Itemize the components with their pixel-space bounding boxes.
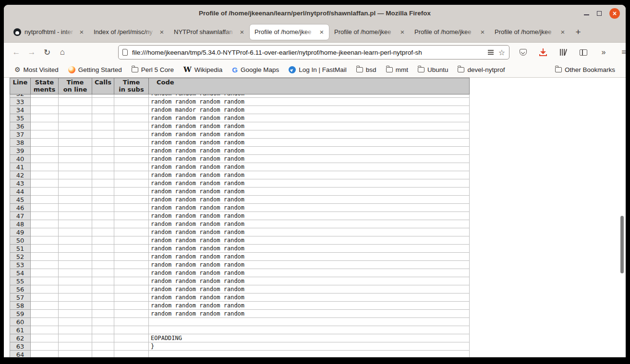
tab-close-icon[interactable]: × bbox=[317, 28, 326, 35]
tab[interactable]: nytprofhtml - inter× bbox=[9, 24, 89, 40]
new-tab-button[interactable]: + bbox=[570, 24, 586, 40]
time-in-subs-cell bbox=[114, 253, 149, 261]
forward-icon[interactable]: → bbox=[24, 45, 39, 59]
statements-cell bbox=[31, 188, 59, 196]
statements-cell bbox=[31, 171, 59, 179]
close-button[interactable]: × bbox=[609, 8, 620, 19]
time-on-line-cell bbox=[59, 122, 92, 130]
reader-mode-icon[interactable] bbox=[488, 49, 494, 56]
statements-cell bbox=[31, 285, 59, 294]
code-cell: random random random random bbox=[149, 179, 470, 188]
tab-close-icon[interactable]: × bbox=[558, 28, 567, 35]
statements-cell bbox=[31, 326, 59, 334]
calls-cell bbox=[92, 220, 114, 228]
code-cell: random random random random bbox=[149, 245, 470, 253]
table-row: 54random random random random bbox=[10, 269, 470, 277]
statements-cell bbox=[31, 261, 59, 269]
time-on-line-cell bbox=[59, 114, 92, 122]
time-in-subs-cell bbox=[114, 114, 149, 122]
bookmark-label: Ubuntu bbox=[427, 66, 448, 73]
tab[interactable]: Profile of /home/jkee× bbox=[490, 24, 570, 40]
bookmark-label: Most Visited bbox=[24, 66, 59, 73]
reload-icon[interactable]: ↻ bbox=[39, 45, 55, 59]
bookmarks-bar: ⚙Most VisitedGetting StartedPerl 5 CoreW… bbox=[4, 62, 626, 78]
statements-cell bbox=[31, 106, 59, 114]
url-text[interactable]: file:///home/jkeenan/tmp/5.34.0-NYTProf-… bbox=[132, 49, 486, 56]
time-on-line-cell bbox=[59, 212, 92, 220]
time-in-subs-cell bbox=[114, 261, 149, 269]
time-in-subs-cell bbox=[114, 294, 149, 302]
minimize-button[interactable] bbox=[584, 14, 589, 15]
tab-close-icon[interactable]: × bbox=[158, 28, 166, 35]
bookmark-label: Wikipedia bbox=[194, 66, 223, 73]
table-row: 34random mandor random random bbox=[10, 106, 470, 114]
calls-cell bbox=[92, 171, 114, 179]
bookmark-item[interactable]: Getting Started bbox=[68, 66, 122, 73]
bookmark-item[interactable]: devel-nytprof bbox=[458, 66, 505, 73]
bookmark-star-icon[interactable]: ☆ bbox=[498, 48, 505, 57]
bookmark-item[interactable]: Perl 5 Core bbox=[132, 66, 174, 73]
folder-icon bbox=[356, 67, 363, 72]
tab[interactable]: Profile of /home/jkee× bbox=[329, 24, 410, 40]
table-row: 42random random random random bbox=[10, 171, 470, 179]
tab-close-icon[interactable]: × bbox=[77, 28, 86, 35]
bookmark-item[interactable]: ⚙Most Visited bbox=[14, 66, 59, 73]
bookmark-item[interactable]: Log In | FastMail bbox=[289, 66, 347, 73]
hamburger-menu-icon[interactable]: ≡ bbox=[616, 45, 626, 59]
code-cell: random random random random bbox=[149, 163, 470, 171]
table-row: 52random random random random bbox=[10, 253, 470, 261]
time-in-subs-cell bbox=[114, 302, 149, 310]
tab-close-icon[interactable]: × bbox=[478, 28, 487, 35]
tab[interactable]: NYTProf shawnlaffan× bbox=[169, 24, 249, 40]
table-row: 35random random random random bbox=[10, 114, 470, 122]
maximize-button[interactable] bbox=[597, 11, 602, 16]
tab[interactable]: Profile of /home/jkee× bbox=[249, 24, 329, 40]
statements-cell bbox=[31, 155, 59, 163]
time-on-line-cell bbox=[59, 285, 92, 294]
time-on-line-cell bbox=[59, 334, 92, 342]
pocket-icon[interactable] bbox=[515, 45, 531, 59]
line-number-cell: 56 bbox=[10, 285, 31, 294]
window-title: Profile of /home/jkeenan/learn/perl/nytp… bbox=[4, 5, 626, 22]
time-on-line-cell bbox=[59, 171, 92, 179]
time-in-subs-cell bbox=[114, 155, 149, 163]
tab-close-icon[interactable]: × bbox=[238, 28, 246, 35]
scrollbar-thumb[interactable] bbox=[620, 216, 624, 273]
code-cell: random random random random bbox=[149, 277, 470, 285]
library-icon[interactable] bbox=[556, 45, 571, 59]
code-cell bbox=[149, 326, 470, 334]
time-on-line-cell bbox=[59, 188, 92, 196]
bookmark-item[interactable]: mmt bbox=[386, 66, 408, 73]
calls-cell bbox=[92, 269, 114, 277]
line-number-cell: 52 bbox=[10, 253, 31, 261]
bookmark-item[interactable]: WWikipedia bbox=[183, 65, 222, 74]
bookmark-item[interactable]: GGoogle Maps bbox=[232, 66, 279, 74]
calls-cell bbox=[92, 155, 114, 163]
tab[interactable]: Index of /perl/misc/ny× bbox=[89, 24, 169, 40]
home-icon[interactable]: ⌂ bbox=[55, 45, 70, 59]
statements-cell bbox=[31, 302, 59, 310]
sidebar-icon[interactable] bbox=[576, 45, 591, 59]
line-number-cell: 63 bbox=[10, 342, 31, 351]
tab-close-icon[interactable]: × bbox=[398, 28, 407, 35]
time-on-line-cell bbox=[59, 163, 92, 171]
other-bookmarks-button[interactable]: Other Bookmarks bbox=[555, 66, 615, 73]
back-icon[interactable]: ← bbox=[9, 45, 24, 59]
statements-cell bbox=[31, 204, 59, 212]
time-on-line-cell bbox=[59, 228, 92, 236]
profile-table-header: LineStatementsTimeon lineCallsTimein sub… bbox=[10, 78, 470, 94]
download-icon[interactable] bbox=[535, 45, 551, 59]
bookmark-item[interactable]: Ubuntu bbox=[418, 66, 448, 73]
table-row: 37random random random random bbox=[10, 130, 470, 139]
code-cell: random random random random bbox=[149, 147, 470, 155]
tab[interactable]: Profile of /home/jkee× bbox=[410, 24, 490, 40]
bookmark-item[interactable]: bsd bbox=[356, 66, 376, 73]
url-bar[interactable]: file:///home/jkeenan/tmp/5.34.0-NYTProf-… bbox=[118, 45, 509, 59]
time-in-subs-cell bbox=[114, 139, 149, 147]
calls-cell bbox=[92, 310, 114, 318]
bookmark-label: Getting Started bbox=[78, 66, 122, 73]
title-bar[interactable]: Profile of /home/jkeenan/learn/perl/nytp… bbox=[4, 5, 626, 22]
overflow-chevron-icon[interactable]: » bbox=[596, 45, 611, 59]
folder-icon bbox=[555, 67, 562, 72]
code-cell: random mandor random random bbox=[149, 106, 470, 114]
